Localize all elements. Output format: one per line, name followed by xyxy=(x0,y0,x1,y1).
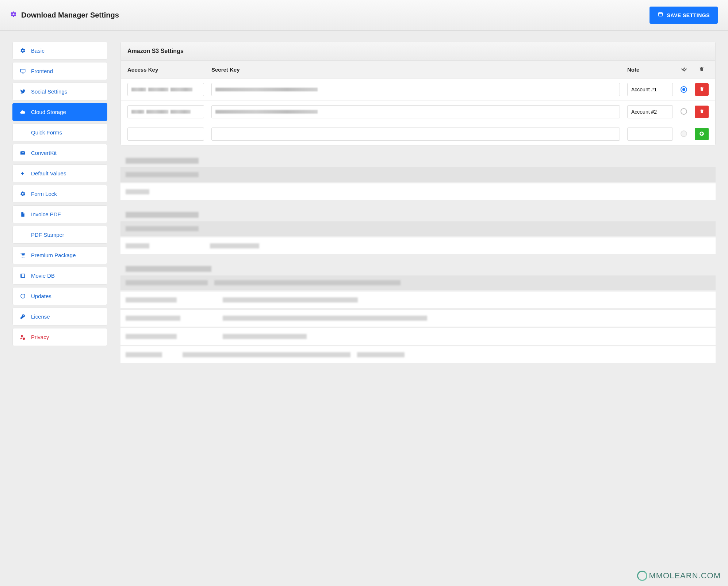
sidebar-item-quick-forms[interactable]: • Quick Forms xyxy=(12,123,107,141)
access-key-input[interactable] xyxy=(127,83,204,96)
settings-card: Amazon S3 Settings Access Key Secret Key… xyxy=(120,42,716,145)
col-secret-key: Secret Key xyxy=(211,66,620,73)
access-key-input[interactable] xyxy=(127,105,204,118)
cloud-icon xyxy=(19,109,26,115)
sidebar-item-label: Quick Forms xyxy=(31,129,62,136)
access-key-input[interactable] xyxy=(127,128,204,141)
envelope-icon xyxy=(19,150,26,156)
sidebar-item-pdf-stamper[interactable]: • PDF Stamper xyxy=(12,226,107,244)
sidebar-item-premium-package[interactable]: Premium Package xyxy=(12,246,107,264)
svg-rect-0 xyxy=(20,69,25,72)
trash-icon xyxy=(695,66,709,73)
default-account-radio[interactable] xyxy=(681,108,687,115)
delete-row-button[interactable] xyxy=(695,83,709,96)
table-header-row: Access Key Secret Key Note xyxy=(121,61,715,79)
double-check-icon xyxy=(680,66,687,73)
sidebar-item-convertkit[interactable]: ConvertKit xyxy=(12,144,107,162)
monitor-icon xyxy=(19,68,26,74)
sidebar-item-form-lock[interactable]: Form Lock xyxy=(12,185,107,203)
sidebar-item-cloud-storage[interactable]: Cloud Storage xyxy=(12,103,107,121)
sidebar-item-updates[interactable]: Updates xyxy=(12,287,107,305)
page-title: Download Manager Settings xyxy=(21,11,119,19)
redacted-section xyxy=(120,154,716,363)
sidebar-item-label: Privacy xyxy=(31,334,49,340)
svg-point-2 xyxy=(21,335,23,337)
note-input[interactable] xyxy=(627,105,673,118)
secret-key-input[interactable] xyxy=(211,105,620,118)
cart-icon xyxy=(19,252,26,258)
note-input[interactable] xyxy=(627,83,673,96)
add-row-button[interactable] xyxy=(695,128,709,140)
save-settings-button[interactable]: SAVE SETTINGS xyxy=(650,7,718,24)
note-input[interactable] xyxy=(627,128,673,141)
sidebar-item-movie-db[interactable]: Movie DB xyxy=(12,267,107,285)
sidebar-item-privacy[interactable]: Privacy xyxy=(12,328,107,346)
secret-key-input[interactable] xyxy=(211,128,620,141)
sidebar-item-label: Social Settings xyxy=(31,88,67,95)
sidebar-item-label: Updates xyxy=(31,293,51,299)
sidebar-item-label: Form Lock xyxy=(31,191,57,197)
gear-icon xyxy=(19,48,26,53)
sidebar-item-label: Frontend xyxy=(31,68,53,74)
sidebar-item-label: Cloud Storage xyxy=(31,109,66,115)
sidebar-item-label: ConvertKit xyxy=(31,150,57,156)
new-account-row xyxy=(121,123,715,145)
card-title: Amazon S3 Settings xyxy=(121,42,715,61)
sidebar-item-label: License xyxy=(31,313,50,320)
gear-icon xyxy=(10,11,17,19)
sidebar-item-social[interactable]: Social Settings xyxy=(12,83,107,100)
key-icon xyxy=(19,314,26,319)
sidebar-item-label: Premium Package xyxy=(31,252,76,258)
sidebar-item-label: Basic xyxy=(31,47,45,54)
film-icon xyxy=(19,273,26,278)
sidebar-item-default-values[interactable]: Default Values xyxy=(12,164,107,182)
gear-icon xyxy=(19,191,26,197)
default-account-radio-disabled xyxy=(681,130,687,137)
sidebar-item-label: Default Values xyxy=(31,170,66,176)
delete-row-button[interactable] xyxy=(695,106,709,118)
account-row xyxy=(121,79,715,101)
bolt-icon xyxy=(19,171,26,176)
secret-key-input[interactable] xyxy=(211,83,620,96)
save-icon xyxy=(658,12,663,19)
refresh-icon xyxy=(19,293,26,299)
main: Amazon S3 Settings Access Key Secret Key… xyxy=(120,42,716,371)
twitter-icon xyxy=(19,89,26,94)
sidebar-item-label: PDF Stamper xyxy=(31,232,64,238)
sidebar-item-label: Invoice PDF xyxy=(31,211,61,217)
default-account-radio[interactable] xyxy=(681,86,687,93)
header: Download Manager Settings SAVE SETTINGS xyxy=(0,0,728,31)
trash-icon xyxy=(700,87,704,92)
account-row xyxy=(121,101,715,123)
sidebar-item-label: Movie DB xyxy=(31,273,55,279)
plus-circle-icon xyxy=(699,131,704,137)
col-note: Note xyxy=(627,66,673,73)
file-pdf-icon xyxy=(19,212,26,217)
sidebar-item-frontend[interactable]: Frontend xyxy=(12,62,107,80)
user-shield-icon xyxy=(19,334,26,340)
sidebar-item-basic[interactable]: Basic xyxy=(12,42,107,60)
save-button-label: SAVE SETTINGS xyxy=(667,12,710,18)
header-title: Download Manager Settings xyxy=(10,11,119,19)
sidebar-item-license[interactable]: License xyxy=(12,308,107,326)
trash-icon xyxy=(700,109,704,115)
sidebar-item-invoice-pdf[interactable]: Invoice PDF xyxy=(12,205,107,223)
col-access-key: Access Key xyxy=(127,66,204,73)
sidebar: Basic Frontend Social Settings Cloud Sto… xyxy=(12,42,107,371)
